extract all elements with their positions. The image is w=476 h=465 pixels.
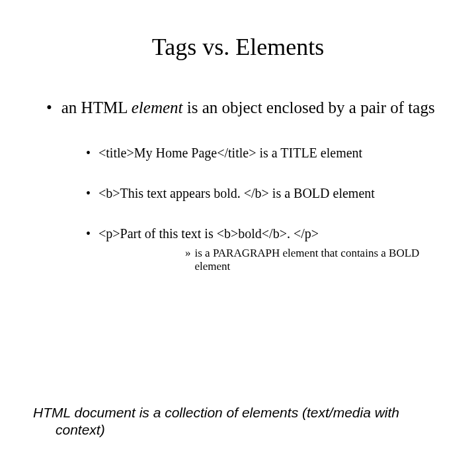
main-bullet-text: an HTML element is an object enclosed by… (61, 97, 435, 119)
main-pre: an HTML (61, 99, 132, 116)
sub-bullet: • <p>Part of this text is <b>bold</b>. <… (86, 226, 443, 241)
sub-sub-bullet: » is a PARAGRAPH element that contains a… (86, 247, 443, 273)
sub-bullet: • <b>This text appears bold. </b> is a B… (86, 186, 443, 201)
bullet-glyph: • (46, 97, 52, 119)
raquo-glyph: » (185, 247, 191, 273)
sub-sub-text: is a PARAGRAPH element that contains a B… (195, 247, 444, 273)
sub-bullet-text: <b>This text appears bold. </b> is a BOL… (99, 186, 375, 201)
bullet-glyph: • (86, 186, 91, 201)
main-bullet: • an HTML element is an object enclosed … (33, 97, 443, 119)
main-post: is an object enclosed by a pair of tags (183, 99, 435, 116)
sub-bullet: • <title>My Home Page</title> is a TITLE… (86, 146, 443, 161)
footer-note: HTML document is a collection of element… (56, 404, 443, 439)
sub-bullet-text: <p>Part of this text is <b>bold</b>. </p… (99, 226, 319, 241)
bullet-glyph: • (86, 146, 91, 161)
slide-title: Tags vs. Elements (33, 33, 443, 61)
sub-bullet-text: <title>My Home Page</title> is a TITLE e… (99, 146, 362, 161)
sub-bullet-list: • <title>My Home Page</title> is a TITLE… (33, 146, 443, 273)
bullet-glyph: • (86, 226, 91, 241)
main-mid: element (132, 99, 183, 116)
